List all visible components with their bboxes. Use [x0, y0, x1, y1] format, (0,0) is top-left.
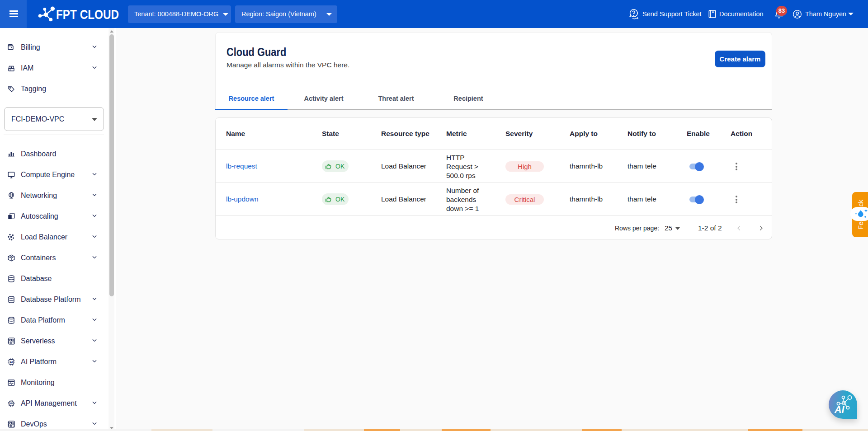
svg-text:AI: AI	[10, 361, 13, 364]
svg-text:AI: AI	[834, 404, 845, 415]
svg-text:FPT CLOUD: FPT CLOUD	[56, 7, 119, 22]
svg-text:API: API	[9, 403, 13, 405]
